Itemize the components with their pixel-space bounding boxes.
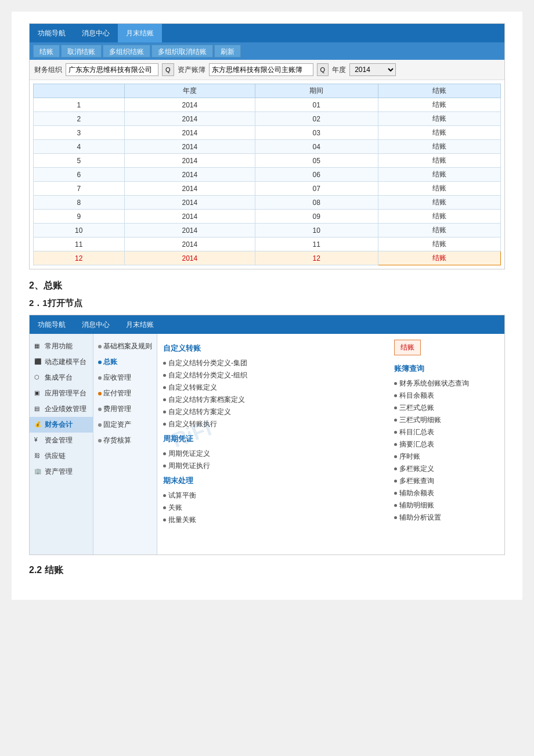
link-label: 辅助余额表 (399, 488, 434, 498)
sidebar-item[interactable]: ⬛动态建模平台 (30, 354, 93, 370)
content-link[interactable]: 自定义转账定义 (163, 381, 388, 394)
mid-menu-item[interactable]: 总账 (93, 354, 157, 370)
content-link[interactable]: 财务系统创账状态查询 (394, 377, 499, 390)
nav-item-monthly-close[interactable]: 月末结账 (118, 24, 162, 42)
content-link[interactable]: 自定义结转分类定义-集团 (163, 357, 388, 369)
sidebar-item[interactable]: ⬡集成平台 (30, 370, 93, 386)
mid-menu-item[interactable]: 存货核算 (93, 433, 157, 448)
content-link[interactable]: 三栏式明细账 (394, 414, 499, 426)
link-label: 摘要汇总表 (399, 440, 434, 449)
cell-no: 6 (34, 168, 125, 182)
link-label: 周期凭证执行 (168, 461, 210, 471)
content-link[interactable]: 科目余额表 (394, 390, 499, 402)
mid-menu-item[interactable]: 费用管理 (93, 401, 157, 417)
table-row[interactable]: 5201405结账 (34, 154, 501, 168)
btn-cancel-close[interactable]: 取消结账 (61, 45, 102, 57)
btn-multi-org-close[interactable]: 多组织结账 (103, 45, 150, 57)
dot-icon (98, 376, 102, 380)
btn-close-account[interactable]: 结账 (33, 45, 60, 57)
sidebar-item[interactable]: ¥资金管理 (30, 433, 93, 448)
link-label: 周期凭证定义 (168, 449, 210, 459)
cell-period: 04 (255, 140, 378, 154)
org-search-btn[interactable]: Q (162, 63, 174, 76)
cell-status: 结账 (378, 98, 501, 112)
content-link[interactable]: 科目汇总表 (394, 426, 499, 438)
mid-menu-label: 总账 (103, 357, 117, 367)
account-input[interactable] (209, 63, 313, 76)
mid-menu-item[interactable]: 应收管理 (93, 370, 157, 386)
cell-status: 结账 (378, 251, 501, 265)
link-label: 关账 (168, 503, 182, 513)
col1-section3-title: 期末处理 (163, 476, 388, 486)
table-row[interactable]: 10201410结账 (34, 224, 501, 237)
content-link[interactable]: 摘要汇总表 (394, 438, 499, 451)
content-link[interactable]: 试算平衡 (163, 489, 388, 502)
sidebar-item[interactable]: ▤企业绩效管理 (30, 401, 93, 417)
content-link[interactable]: 周期凭证定义 (163, 448, 388, 460)
btn-refresh[interactable]: 刷新 (214, 45, 241, 57)
table-row[interactable]: 3201403结账 (34, 126, 501, 140)
cell-no: 9 (34, 210, 125, 224)
bullet-icon (163, 452, 166, 455)
content-link[interactable]: 辅助明细账 (394, 499, 499, 512)
mid-menu-item[interactable]: 应付管理 (93, 386, 157, 401)
cell-no: 2 (34, 112, 125, 126)
panel2-nav-features[interactable]: 功能导航 (30, 315, 74, 334)
org-input[interactable] (66, 63, 158, 76)
table-row[interactable]: 4201404结账 (34, 140, 501, 154)
cell-period: 06 (255, 168, 378, 182)
table-row[interactable]: 11201411结账 (34, 237, 501, 251)
link-label: 多栏账定义 (399, 464, 434, 474)
bullet-icon (394, 443, 397, 446)
sidebar-icon: ▦ (34, 343, 42, 351)
nav-item-features[interactable]: 功能导航 (30, 24, 74, 42)
table-row[interactable]: 7201407结账 (34, 182, 501, 196)
content-link[interactable]: 批量关账 (163, 514, 388, 526)
sidebar-item[interactable]: 🏢资产管理 (30, 464, 93, 480)
content-link[interactable]: 序时账 (394, 451, 499, 463)
close-table: 年度 期间 结账 1201401结账2201402结账3201403结账4201… (33, 84, 501, 265)
nav-item-messages[interactable]: 消息中心 (74, 24, 118, 42)
mid-menu-item[interactable]: 基础档案及规则 (93, 339, 157, 354)
cell-year: 2014 (124, 224, 255, 237)
content-link[interactable]: 自定义转账执行 (163, 418, 388, 430)
table-row[interactable]: 2201402结账 (34, 112, 501, 126)
link-label: 自定义结转方案定义 (168, 407, 231, 417)
bullet-icon (163, 411, 166, 413)
content-link[interactable]: 多栏账查询 (394, 475, 499, 487)
content-link[interactable]: 关账 (163, 502, 388, 514)
account-search-btn[interactable]: Q (317, 63, 329, 76)
table-row[interactable]: 1201401结账 (34, 98, 501, 112)
content-link[interactable]: 三栏式总账 (394, 402, 499, 414)
col1-section1-links: 自定义结转分类定义-集团自定义结转分类定义-组织自定义转账定义自定义结转方案档案… (163, 357, 388, 430)
content-link[interactable]: 多栏账定义 (394, 463, 499, 475)
col2-highlight-box[interactable]: 结账 (394, 340, 421, 355)
sidebar-item[interactable]: ▣应用管理平台 (30, 386, 93, 401)
table-row[interactable]: 8201408结账 (34, 196, 501, 210)
mid-menu-label: 固定资产 (103, 420, 131, 430)
bullet-icon (163, 398, 166, 401)
panel2-nav-messages[interactable]: 消息中心 (74, 315, 118, 334)
content-link[interactable]: 周期凭证执行 (163, 460, 388, 472)
content-link[interactable]: 辅助余额表 (394, 487, 499, 499)
btn-multi-org-cancel[interactable]: 多组织取消结账 (151, 45, 213, 57)
table-row[interactable]: 6201406结账 (34, 168, 501, 182)
table-row[interactable]: 9201409结账 (34, 210, 501, 224)
content-link[interactable]: 辅助分析设置 (394, 512, 499, 524)
content-link[interactable]: 自定义结转分类定义-组织 (163, 369, 388, 381)
panel2-nav-monthly[interactable]: 月末结账 (118, 315, 162, 334)
sidebar-item[interactable]: 💰财务会计 (30, 417, 93, 433)
col1-section3-links: 试算平衡关账批量关账 (163, 489, 388, 526)
panel1-navbar: 功能导航 消息中心 月末结账 (30, 24, 504, 42)
sidebar-label: 动态建模平台 (45, 357, 86, 367)
table-row[interactable]: 12201412结账 (34, 251, 501, 265)
mid-menu: 基础档案及规则总账应收管理应付管理费用管理固定资产存货核算 (93, 334, 157, 555)
content-link[interactable]: 自定义结转方案档案定义 (163, 394, 388, 406)
dot-icon (98, 423, 102, 427)
sidebar-item[interactable]: ⛓供应链 (30, 448, 93, 464)
mid-menu-item[interactable]: 固定资产 (93, 417, 157, 433)
year-select[interactable]: 2014 (349, 63, 396, 76)
sidebar-icon: 💰 (34, 421, 42, 429)
sidebar-item[interactable]: ▦常用功能 (30, 339, 93, 354)
content-link[interactable]: 自定义结转方案定义 (163, 406, 388, 418)
